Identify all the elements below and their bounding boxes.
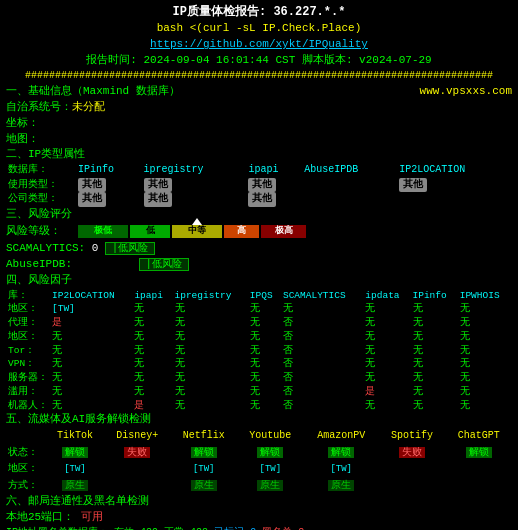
section4-header: 库： IP2LOCATION ipapi ipregistry IPQS SCA… [6,289,512,303]
header-title: IP质量体检报告: 36.227.*.* [6,4,512,21]
risk-seg-mid: 中等 [172,225,222,238]
ip-title: IP质量体检报告: 36.227.*.* [173,5,346,19]
streaming-region-row: 地区： [TW] [TW] [TW] [TW] [6,461,512,478]
local25-row: 本地25端口： 可用 [6,510,512,526]
section4-row-region2: 地区： 无 无 无 无 否 无 无 无 [6,330,512,344]
risk-seg-low: 低 [130,225,170,238]
section2-header-row: 数据库： IPinfo ipregistry ipapi AbuseIPDB I… [6,163,512,178]
page-container: IP质量体检报告: 36.227.*.* bash <(curl -sL IP.… [6,4,512,530]
section4-row-vpn: VPN： 无 无 无 无 否 无 无 无 [6,357,512,371]
risk-seg-high: 高 [224,225,259,238]
section6-title: 六、邮局连通性及黑名单检测 [6,494,512,510]
website: www.vpsxxs.com [420,84,512,100]
scamalytics-row: SCAMALYTICS: 0 |低风险 [6,241,512,257]
section4-row-tor: Tor： 无 无 无 无 否 无 无 无 [6,344,512,358]
streaming-table: TikTok Disney+ Netflix Youtube AmazonPV … [6,428,512,494]
section5-title: 五、流媒体及AI服务解锁检测 [6,412,512,428]
abuseipdb-row: AbuseIPDB: |低风险 [6,257,512,273]
section2-company-row: 公司类型： 其他 其他 其他 [6,192,512,207]
section1-title: 一、基础信息（Maxmind 数据库） [6,84,180,100]
section1-row1: 自治系统号：未分配 [6,100,512,116]
section3-title: 三、风险评分 [6,207,512,223]
streaming-native-row: 方式： 原生 原生 原生 原生 [6,478,512,495]
section4-row-bot: 机器人： 无 是 无 无 否 无 无 无 [6,399,512,413]
bash-cmd: bash <(curl -sL IP.Check.Place) [6,21,512,37]
section4-row-proxy: 代理： 是 无 无 无 否 无 无 无 [6,316,512,330]
section2-usage-row: 使用类型： 其他 其他 其他 其他 [6,178,512,193]
section1-header: 一、基础信息（Maxmind 数据库） www.vpsxxs.com [6,84,512,100]
risk-bar: 风险等级： 极低 低 中等 高 极高 [6,224,512,240]
section4-row-server: 服务器： 无 无 无 无 否 无 无 无 [6,371,512,385]
streaming-header: TikTok Disney+ Netflix Youtube AmazonPV … [6,428,512,445]
section2-table: 数据库： IPinfo ipregistry ipapi AbuseIPDB I… [6,163,512,207]
section4-row-region1: 地区： [TW] 无 无 无 无 无 无 无 [6,302,512,316]
section4-row-abuse: 滥用： 无 无 无 无 否 是 无 无 [6,385,512,399]
report-time: 报告时间: 2024-09-04 16:01:44 CST 脚本版本: v202… [6,53,512,69]
section1-row2: 坐标： [6,116,512,132]
risk-seg-very-high: 极高 [261,225,306,238]
section4-title: 四、风险因子 [6,273,512,289]
github-url[interactable]: https://github.com/xykt/IPQuality [6,37,512,53]
bottom-stats: IP地址黑名单数据库： 有效 439 正常 428 已标记 9 黑名单 2 [6,526,512,530]
section1-row3: 地图： [6,132,512,148]
section2-title: 二、IP类型属性 [6,147,512,163]
risk-seg-very-low: 极低 [78,225,128,238]
hash-divider: ########################################… [6,69,512,84]
section4-table: 库： IP2LOCATION ipapi ipregistry IPQS SCA… [6,289,512,413]
streaming-status-row: 状态： 解锁 失败 解锁 解锁 解锁 失败 解锁 [6,445,512,462]
